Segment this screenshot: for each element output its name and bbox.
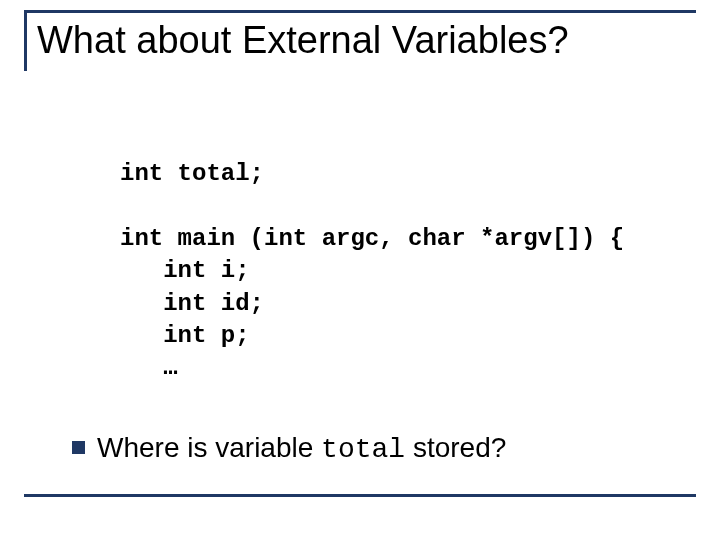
bullet-item: Where is variable total stored? xyxy=(72,430,506,467)
code-line-6: int p; xyxy=(120,322,250,349)
code-line-3: int main (int argc, char *argv[]) { xyxy=(120,225,624,252)
bullet-code-word: total xyxy=(321,434,405,465)
slide: What about External Variables? int total… xyxy=(0,0,720,540)
slide-title: What about External Variables? xyxy=(37,19,690,63)
bullet-text-suffix: stored? xyxy=(405,432,506,463)
code-block: int total; int main (int argc, char *arg… xyxy=(120,158,624,385)
code-line-1: int total; xyxy=(120,160,264,187)
bottom-rule xyxy=(24,494,696,497)
bullet-text-prefix: Where is variable xyxy=(97,432,321,463)
bullet-list: Where is variable total stored? xyxy=(72,430,506,467)
bullet-text: Where is variable total stored? xyxy=(97,430,506,467)
square-bullet-icon xyxy=(72,441,85,454)
code-line-7: … xyxy=(120,354,178,381)
code-line-4: int i; xyxy=(120,257,250,284)
code-line-5: int id; xyxy=(120,290,264,317)
title-region: What about External Variables? xyxy=(24,10,696,71)
